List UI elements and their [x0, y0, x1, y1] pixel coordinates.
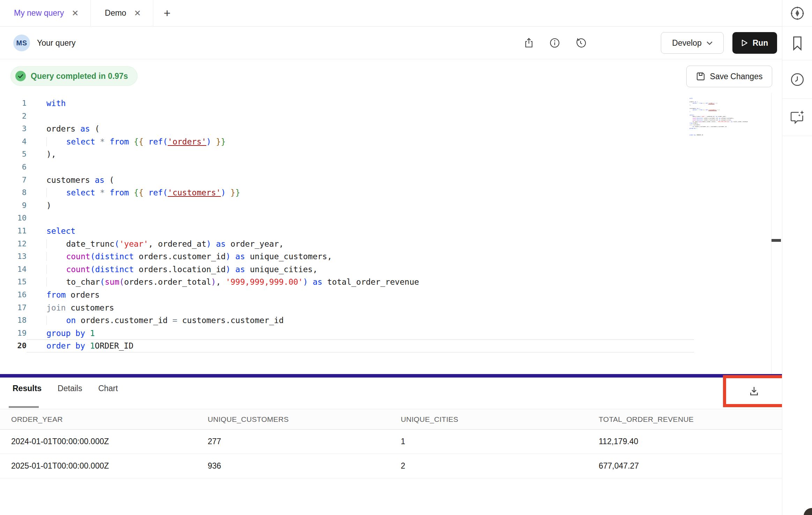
line-number: 7 [0, 174, 27, 187]
results-tab-details[interactable]: Details [58, 384, 82, 396]
line-content: date_trunc('year', ordered_at) as order_… [27, 238, 694, 251]
chevron-down-icon [707, 41, 713, 45]
line-number: 4 [0, 135, 27, 148]
table-cell: 2 [401, 454, 405, 478]
code-line-20[interactable]: 20order by 1ORDER_ID [0, 339, 694, 352]
table-cell: 2024-01-01T00:00:00.000Z [11, 430, 109, 454]
code-line-20[interactable]: order by 1ORDER_ID [689, 129, 770, 131]
tab-label: My new query [14, 8, 64, 18]
code-area[interactable]: 1with2 3orders as (4 select * from {{ re… [0, 97, 694, 352]
line-number: 15 [0, 276, 27, 289]
code-line-17[interactable]: 17join customers [0, 301, 694, 314]
avatar: MS [13, 35, 30, 51]
line-content: select [27, 225, 694, 238]
code-line-10[interactable]: 10 [0, 212, 694, 225]
success-check-icon [15, 70, 26, 82]
info-icon[interactable] [549, 37, 561, 49]
download-highlight-box [723, 375, 785, 407]
results-table-header: ORDER_YEARUNIQUE_CUSTOMERSUNIQUE_CITIEST… [0, 409, 782, 430]
share-icon[interactable] [523, 37, 535, 49]
compass-icon[interactable] [782, 0, 812, 27]
line-number: 16 [0, 289, 27, 301]
history-clock-icon[interactable] [782, 60, 812, 99]
editor-minimap[interactable]: with orders as ( select * from {{ ref('o… [689, 98, 770, 131]
query-tab-my-new-query[interactable]: My new query✕ [0, 0, 91, 26]
code-line-6[interactable]: 6 [0, 161, 694, 174]
table-cell: 936 [208, 454, 221, 478]
code-line-11[interactable]: 11select [0, 225, 694, 238]
results-tab-chart[interactable]: Chart [98, 384, 118, 396]
develop-dropdown[interactable]: Develop [661, 32, 724, 54]
tab-close-icon[interactable]: ✕ [134, 9, 141, 17]
code-line-2[interactable]: 2 [0, 110, 694, 123]
line-content: from orders [27, 289, 694, 301]
table-cell: 277 [208, 430, 221, 454]
line-number: 9 [0, 199, 27, 212]
line-content [27, 212, 694, 225]
query-header: MS Your query [0, 27, 782, 59]
query-status-text: Query completed in 0.97s [31, 72, 128, 81]
active-tab-indicator [9, 406, 39, 408]
line-content: order by 1ORDER_ID [689, 129, 770, 142]
line-content [27, 161, 694, 174]
play-icon [741, 39, 748, 46]
save-icon [696, 72, 705, 81]
column-header-total_order_revenue: TOTAL_ORDER_REVENUE [599, 409, 694, 429]
line-content: select * from {{ ref('orders') }} [27, 135, 694, 148]
editor-scrollbar-handle[interactable] [772, 239, 781, 242]
code-line-5[interactable]: 5), [0, 148, 694, 161]
line-content: join customers [27, 301, 694, 314]
code-line-16[interactable]: 16from orders [0, 289, 694, 301]
code-line-12[interactable]: 12 date_trunc('year', ordered_at) as ord… [0, 238, 694, 251]
line-content [27, 110, 694, 123]
table-cell: 1 [401, 430, 405, 454]
line-content: count(distinct orders.location_id) as un… [27, 263, 694, 276]
page-title: Your query [37, 27, 75, 59]
line-number: 1 [0, 97, 27, 110]
line-number: 5 [0, 148, 27, 161]
code-line-18[interactable]: 18 on orders.customer_id = customers.cus… [0, 314, 694, 327]
table-cell: 2025-01-01T00:00:00.000Z [11, 454, 109, 478]
new-tab-button[interactable]: + [153, 0, 181, 26]
save-changes-button[interactable]: Save Changes [686, 66, 772, 87]
line-content: on orders.customer_id = customers.custom… [27, 314, 694, 327]
line-content: select * from {{ ref('customers') }} [27, 186, 694, 199]
line-content: group by 1 [27, 327, 694, 340]
code-line-15[interactable]: 15 to_char(sum(orders.order_total), '999… [0, 276, 694, 289]
code-line-7[interactable]: 7customers as ( [0, 174, 694, 187]
table-cell: 677,047.27 [599, 454, 639, 478]
code-line-1[interactable]: 1with [0, 97, 694, 110]
code-line-3[interactable]: 3orders as ( [0, 122, 694, 135]
code-line-4[interactable]: 4 select * from {{ ref('orders') }} [0, 135, 694, 148]
bookmark-icon[interactable] [782, 27, 812, 60]
query-history-icon[interactable] [575, 37, 586, 49]
tab-close-icon[interactable]: ✕ [72, 9, 79, 17]
editor-scrollbar-track [771, 93, 772, 374]
run-button[interactable]: Run [732, 32, 777, 54]
code-line-19[interactable]: 19group by 1 [0, 327, 694, 340]
sql-code-editor[interactable]: 1with2 3orders as (4 select * from {{ re… [0, 93, 782, 374]
download-results-button[interactable] [748, 385, 760, 397]
line-number: 13 [0, 250, 27, 263]
download-icon [748, 385, 760, 397]
line-number: 17 [0, 301, 27, 314]
code-line-13[interactable]: 13 count(distinct orders.customer_id) as… [0, 250, 694, 263]
results-tab-results[interactable]: Results [13, 384, 42, 396]
query-editor-window: My new query✕Demo✕+ MS Your query [0, 0, 812, 515]
line-number: 12 [0, 238, 27, 251]
line-number: 19 [0, 327, 27, 340]
code-line-9[interactable]: 9) [0, 199, 694, 212]
run-label: Run [753, 38, 768, 48]
table-row: 2025-01-01T00:00:00.000Z9362677,047.27 [0, 454, 782, 478]
code-line-8[interactable]: 8 select * from {{ ref('customers') }} [0, 186, 694, 199]
table-row: 2024-01-01T00:00:00.000Z2771112,179.40 [0, 430, 782, 454]
chat-sparkles-icon[interactable] [782, 99, 812, 136]
query-status-badge: Query completed in 0.97s [10, 66, 138, 86]
panel-resize-handle[interactable] [0, 374, 782, 378]
column-header-order_year: ORDER_YEAR [11, 409, 63, 429]
code-line-14[interactable]: 14 count(distinct orders.location_id) as… [0, 263, 694, 276]
save-changes-label: Save Changes [710, 72, 763, 81]
results-tab-bar: ResultsDetailsChart [13, 384, 118, 396]
query-tab-demo[interactable]: Demo✕ [91, 0, 153, 26]
line-number: 2 [0, 110, 27, 123]
